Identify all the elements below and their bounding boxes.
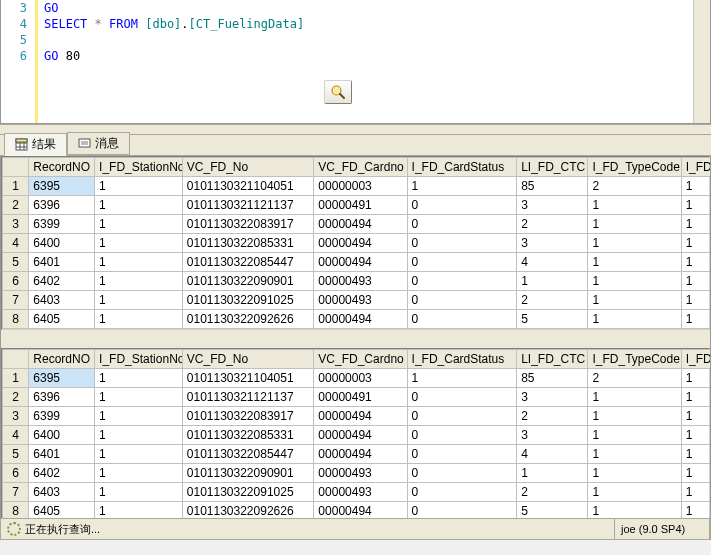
code-line[interactable]: GO 80: [38, 49, 693, 63]
cell[interactable]: 0: [407, 272, 517, 291]
cell[interactable]: 0101130321104051: [182, 177, 314, 196]
table-row[interactable]: 8640510101130322092626000004940511: [3, 502, 712, 519]
cell[interactable]: 00000494: [314, 407, 407, 426]
cell[interactable]: 2: [588, 177, 681, 196]
cell[interactable]: 0101130322090901: [182, 464, 314, 483]
cell[interactable]: 6400: [29, 234, 95, 253]
cell[interactable]: 4: [517, 445, 588, 464]
cell[interactable]: 1: [588, 388, 681, 407]
cell[interactable]: 0: [407, 234, 517, 253]
cell[interactable]: 0: [407, 196, 517, 215]
cell[interactable]: 5: [517, 502, 588, 519]
cell[interactable]: 1: [95, 407, 183, 426]
cell[interactable]: 1: [95, 177, 183, 196]
cell[interactable]: 00000494: [314, 502, 407, 519]
cell[interactable]: 1: [95, 215, 183, 234]
cell[interactable]: 1: [95, 388, 183, 407]
cell[interactable]: 1: [681, 234, 711, 253]
row-header[interactable]: 1: [3, 177, 29, 196]
cell[interactable]: 1: [681, 464, 711, 483]
cell[interactable]: 1: [517, 464, 588, 483]
cell[interactable]: 0101130322091025: [182, 483, 314, 502]
cell[interactable]: 1: [681, 253, 711, 272]
cell[interactable]: 00000493: [314, 464, 407, 483]
row-header[interactable]: 8: [3, 310, 29, 329]
cell[interactable]: 0: [407, 291, 517, 310]
cell[interactable]: 0101130322085331: [182, 426, 314, 445]
cell[interactable]: 0101130322083917: [182, 407, 314, 426]
column-header[interactable]: LI_FD_CTC: [517, 350, 588, 369]
cell[interactable]: 1: [681, 177, 711, 196]
column-header[interactable]: RecordNO: [29, 158, 95, 177]
column-header[interactable]: I_FD_TypeCode: [588, 158, 681, 177]
cell[interactable]: 1: [95, 464, 183, 483]
cell[interactable]: 1: [681, 445, 711, 464]
cell[interactable]: 0: [407, 215, 517, 234]
grid-hscroll[interactable]: [1, 330, 710, 348]
column-header[interactable]: I_FD_TypeCode: [588, 350, 681, 369]
cell[interactable]: 6403: [29, 291, 95, 310]
cell[interactable]: 6399: [29, 407, 95, 426]
cell[interactable]: 1: [407, 369, 517, 388]
cell[interactable]: 1: [588, 407, 681, 426]
table-row[interactable]: 6640210101130322090901000004930111: [3, 464, 712, 483]
cell[interactable]: 6403: [29, 483, 95, 502]
cell[interactable]: 1: [681, 426, 711, 445]
cell[interactable]: 0101130322092626: [182, 502, 314, 519]
cell[interactable]: 6396: [29, 196, 95, 215]
row-header[interactable]: 5: [3, 253, 29, 272]
row-header[interactable]: 4: [3, 426, 29, 445]
cell[interactable]: 0101130322083917: [182, 215, 314, 234]
row-header[interactable]: 2: [3, 388, 29, 407]
cell[interactable]: 00000494: [314, 253, 407, 272]
cell[interactable]: 0: [407, 464, 517, 483]
cell[interactable]: 1: [95, 291, 183, 310]
cell[interactable]: 00000003: [314, 177, 407, 196]
cell[interactable]: 1: [95, 253, 183, 272]
cell[interactable]: 0101130321104051: [182, 369, 314, 388]
table-row[interactable]: 7640310101130322091025000004930211: [3, 483, 712, 502]
cell[interactable]: 0: [407, 483, 517, 502]
cell[interactable]: 1: [588, 253, 681, 272]
tab-results[interactable]: 结果: [4, 133, 67, 156]
column-header[interactable]: I_FD_CardStatus: [407, 158, 517, 177]
cell[interactable]: 1: [588, 272, 681, 291]
cell[interactable]: 1: [681, 369, 711, 388]
editor-scrollbar[interactable]: [693, 0, 710, 123]
table-row[interactable]: 2639610101130321121137000004910311: [3, 388, 712, 407]
tab-messages[interactable]: 消息: [67, 132, 130, 155]
cell[interactable]: 2: [517, 407, 588, 426]
cell[interactable]: 1: [588, 464, 681, 483]
cell[interactable]: 1: [681, 196, 711, 215]
cell[interactable]: 0: [407, 426, 517, 445]
cell[interactable]: 1: [681, 291, 711, 310]
table-row[interactable]: 8640510101130322092626000004940511: [3, 310, 712, 329]
cell[interactable]: 6395: [29, 177, 95, 196]
sql-editor[interactable]: 3456 GOSELECT * FROM [dbo].[CT_FuelingDa…: [0, 0, 711, 124]
cell[interactable]: 3: [517, 388, 588, 407]
cell[interactable]: 0: [407, 445, 517, 464]
cell[interactable]: 3: [517, 196, 588, 215]
table-row[interactable]: 6640210101130322090901000004930111: [3, 272, 712, 291]
cell[interactable]: 0: [407, 502, 517, 519]
cell[interactable]: 6402: [29, 272, 95, 291]
row-header[interactable]: 2: [3, 196, 29, 215]
cell[interactable]: 00000494: [314, 310, 407, 329]
table-row[interactable]: 5640110101130322085447000004940411: [3, 445, 712, 464]
cell[interactable]: 1: [588, 234, 681, 253]
row-header[interactable]: 7: [3, 291, 29, 310]
cell[interactable]: 00000494: [314, 426, 407, 445]
cell[interactable]: 6399: [29, 215, 95, 234]
grid-corner[interactable]: [3, 158, 29, 177]
cell[interactable]: 1: [588, 445, 681, 464]
cell[interactable]: 1: [95, 234, 183, 253]
column-header[interactable]: RecordNO: [29, 350, 95, 369]
cell[interactable]: 1: [588, 196, 681, 215]
cell[interactable]: 1: [681, 388, 711, 407]
cell[interactable]: 0101130322085447: [182, 445, 314, 464]
row-header[interactable]: 7: [3, 483, 29, 502]
cell[interactable]: 1: [588, 502, 681, 519]
cell[interactable]: 1: [681, 483, 711, 502]
cell[interactable]: 1: [95, 502, 183, 519]
cell[interactable]: 0101130322092626: [182, 310, 314, 329]
